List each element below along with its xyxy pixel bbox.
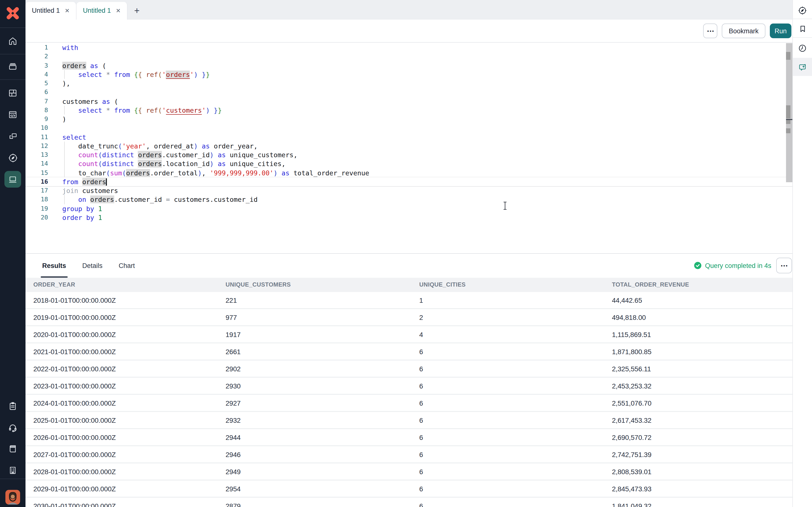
table-cell: 6	[419, 382, 612, 390]
sidebar-item-support[interactable]	[0, 418, 26, 438]
table-cell: 2024-01-01T00:00:00.000Z	[33, 399, 225, 407]
table-cell: 2944	[225, 433, 419, 441]
check-circle-icon	[694, 262, 702, 270]
tab-untitled-1[interactable]: Untitled 1 ✕	[26, 2, 77, 19]
table-row[interactable]: 2025-01-01T00:00:00.000Z293262,617,453.3…	[26, 412, 793, 429]
sidebar-item-code[interactable]	[0, 105, 26, 124]
code-line-15[interactable]: 15 to_char(sum(orders.order_total), '999…	[26, 168, 793, 177]
sidebar-item-changelog[interactable]	[0, 396, 26, 416]
run-button[interactable]: Run	[770, 23, 792, 38]
avatar-image	[5, 490, 20, 505]
indent-guide	[64, 195, 64, 204]
rail-item-explore[interactable]	[793, 1, 812, 19]
code-line-4[interactable]: 4 select * from {{ ref('orders') }}	[26, 70, 793, 79]
code-line-7[interactable]: 7customers as (	[26, 97, 793, 106]
sidebar-item-explore[interactable]	[0, 148, 26, 168]
sidebar-item-projects[interactable]	[0, 57, 26, 76]
table-cell: 2023-01-01T00:00:00.000Z	[33, 382, 225, 390]
left-sidebar	[0, 0, 26, 507]
code-line-10[interactable]: 10	[26, 124, 793, 133]
table-cell: 4	[419, 330, 612, 338]
table-row[interactable]: 2027-01-01T00:00:00.000Z294662,742,751.3…	[26, 446, 793, 463]
line-number: 8	[26, 106, 54, 115]
table-row[interactable]: 2020-01-01T00:00:00.000Z191741,115,869.5…	[26, 326, 793, 343]
code-text	[54, 88, 793, 97]
close-icon[interactable]: ✕	[65, 7, 70, 14]
table-row[interactable]: 2019-01-01T00:00:00.000Z9772494,818.00	[26, 309, 793, 326]
table-row[interactable]: 2021-01-01T00:00:00.000Z266161,871,800.8…	[26, 343, 793, 360]
code-text: select	[54, 132, 793, 142]
table-row[interactable]: 2024-01-01T00:00:00.000Z292762,551,076.7…	[26, 395, 793, 412]
sql-editor[interactable]: 1with23orders as (4 select * from {{ ref…	[26, 42, 793, 254]
code-line-14[interactable]: 14 count(distinct orders.location_id) as…	[26, 160, 793, 169]
text-caret	[106, 178, 107, 186]
line-number: 5	[26, 79, 54, 88]
table-row[interactable]: 2018-01-01T00:00:00.000Z221144,442.65	[26, 292, 793, 309]
line-number: 10	[26, 124, 54, 133]
code-line-17[interactable]: 17join customers	[26, 186, 793, 195]
table-row[interactable]: 2026-01-01T00:00:00.000Z294462,690,570.7…	[26, 429, 793, 446]
tab-details[interactable]: Details	[83, 254, 103, 278]
code-line-5[interactable]: 5),	[26, 79, 793, 88]
code-line-16[interactable]: 16from orders	[26, 177, 793, 186]
code-line-3[interactable]: 3orders as (	[26, 61, 793, 70]
table-cell: 2,617,453.32	[612, 416, 793, 424]
close-icon[interactable]: ✕	[116, 7, 120, 14]
dashboard-grid-icon	[8, 88, 18, 98]
code-text: orders as (	[54, 61, 793, 70]
sidebar-item-apps[interactable]	[0, 83, 26, 103]
column-header[interactable]: UNIQUE_CUSTOMERS	[225, 281, 419, 288]
line-number: 7	[26, 97, 54, 106]
editor-overview-scrollbar[interactable]	[786, 43, 793, 182]
code-line-18[interactable]: 18 on orders.customer_id = customers.cus…	[26, 195, 793, 204]
code-line-12[interactable]: 12 date_trunc('year', ordered_at) as ord…	[26, 142, 793, 151]
sidebar-item-notebook-active[interactable]	[0, 169, 26, 189]
column-header[interactable]: TOTAL_ORDER_REVENUE	[612, 281, 793, 288]
hex-logo[interactable]	[0, 2, 26, 24]
rail-item-ai-chat[interactable]	[793, 58, 812, 76]
column-header[interactable]: ORDER_YEAR	[33, 281, 225, 288]
code-line-19[interactable]: 19group by 1	[26, 204, 793, 213]
sidebar-divider	[0, 478, 26, 479]
indent-guide	[64, 150, 64, 160]
table-cell: 2932	[225, 416, 419, 424]
table-cell: 2,742,751.39	[612, 450, 793, 458]
compass-icon	[8, 153, 18, 163]
sidebar-item-organization[interactable]	[0, 460, 26, 480]
code-line-9[interactable]: 9)	[26, 115, 793, 124]
tab-untitled-2[interactable]: Untitled 1 ✕	[77, 2, 128, 19]
tab-chart[interactable]: Chart	[119, 254, 135, 278]
rail-item-history[interactable]	[793, 39, 812, 57]
code-line-11[interactable]: 11select	[26, 132, 793, 142]
table-row[interactable]: 2023-01-01T00:00:00.000Z293062,453,253.3…	[26, 378, 793, 395]
code-line-2[interactable]: 2	[26, 52, 793, 61]
table-cell: 494,818.00	[612, 313, 793, 321]
table-cell: 1,115,869.51	[612, 330, 793, 338]
table-row[interactable]: 2022-01-01T00:00:00.000Z290262,325,556.1…	[26, 360, 793, 378]
code-line-1[interactable]: 1with	[26, 43, 793, 52]
linked-windows-icon	[8, 131, 18, 141]
rail-item-bookmarks[interactable]	[793, 19, 812, 38]
code-line-6[interactable]: 6	[26, 88, 793, 97]
table-row[interactable]: 2028-01-01T00:00:00.000Z294962,808,539.0…	[26, 463, 793, 481]
new-tab-button[interactable]: +	[128, 2, 146, 19]
toolbar-overflow-button[interactable]: •••	[703, 23, 717, 38]
code-line-13[interactable]: 13 count(distinct orders.customer_id) as…	[26, 150, 793, 160]
bookmark-button[interactable]: Bookmark	[722, 23, 765, 38]
line-number: 6	[26, 88, 54, 97]
table-body: 2018-01-01T00:00:00.000Z221144,442.65201…	[26, 292, 793, 507]
results-table[interactable]: ORDER_YEARUNIQUE_CUSTOMERSUNIQUE_CITIEST…	[26, 278, 793, 507]
sidebar-item-home[interactable]	[0, 31, 26, 51]
table-row[interactable]: 2030-01-01T00:00:00.000Z287961,841,049.3…	[26, 498, 793, 507]
tab-results[interactable]: Results	[42, 254, 66, 278]
table-cell: 2019-01-01T00:00:00.000Z	[33, 313, 225, 321]
sidebar-item-components[interactable]	[0, 126, 26, 146]
sidebar-item-docs[interactable]	[0, 439, 26, 458]
table-cell: 1,871,800.85	[612, 347, 793, 355]
table-row[interactable]: 2029-01-01T00:00:00.000Z295462,845,473.9…	[26, 481, 793, 498]
code-line-8[interactable]: 8 select * from {{ ref('customers') }}	[26, 106, 793, 115]
column-header[interactable]: UNIQUE_CITIES	[419, 281, 612, 288]
results-overflow-button[interactable]: •••	[776, 258, 792, 274]
code-line-20[interactable]: 20order by 1	[26, 213, 793, 222]
user-avatar[interactable]	[5, 490, 20, 505]
